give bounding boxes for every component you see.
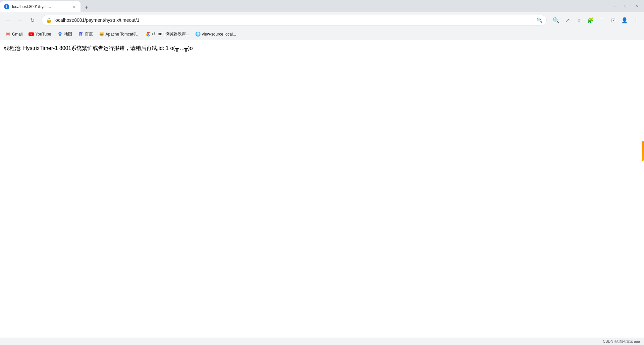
- status-bar: CSDN @清风微凉 aaa: [0, 338, 644, 345]
- bookmark-viewsource[interactable]: 🌐 view-source:local...: [193, 30, 239, 38]
- menu-button[interactable]: ⋮: [631, 15, 641, 25]
- title-bar: i localhost:8001/hystr... ✕ + — □ ✕: [0, 0, 644, 12]
- toolbar: ← → ↻ 🔒 🔍 🔍 ↗ ☆ 🧩 ≡ ⊡ 👤 ⋮: [0, 12, 644, 28]
- split-view-button[interactable]: ⊡: [608, 15, 619, 25]
- bookmark-baidu[interactable]: 百 百度: [75, 30, 96, 38]
- tab-favicon: i: [4, 4, 9, 9]
- toolbar-right-icons: 🔍 ↗ ☆ 🧩 ≡ ⊡ 👤 ⋮: [551, 15, 641, 25]
- share-button[interactable]: ↗: [562, 15, 573, 25]
- browser-window: i localhost:8001/hystr... ✕ + — □ ✕ ← → …: [0, 0, 644, 345]
- status-text: CSDN @清风微凉 aaa: [603, 339, 640, 344]
- page-message: 线程池: HystrixTimer-1 8001系统繁忙或者运行报错，请稍后再试…: [4, 44, 640, 52]
- tab-title: localhost:8001/hystr...: [12, 4, 68, 9]
- back-button[interactable]: ←: [3, 15, 13, 25]
- gmail-favicon-icon: M: [5, 32, 11, 37]
- bookmark-chrome[interactable]: chrome浏览器没声...: [143, 30, 192, 38]
- window-controls: — □ ✕: [610, 1, 644, 11]
- bookmark-viewsource-label: view-source:local...: [202, 32, 236, 37]
- reload-button[interactable]: ↻: [27, 15, 38, 25]
- tab-close-button[interactable]: ✕: [71, 4, 76, 9]
- profile-button[interactable]: 👤: [619, 15, 630, 25]
- scrollbar-thumb[interactable]: [642, 141, 644, 161]
- bookmark-chrome-label: chrome浏览器没声...: [152, 31, 189, 37]
- maximize-button[interactable]: □: [621, 1, 631, 11]
- lock-icon: 🔒: [46, 17, 52, 23]
- bookmark-maps[interactable]: 地图: [55, 30, 75, 38]
- viewsource-favicon-icon: 🌐: [195, 32, 201, 37]
- search-toolbar-button[interactable]: 🔍: [551, 15, 561, 25]
- forward-button[interactable]: →: [15, 15, 25, 25]
- search-icon: 🔍: [537, 17, 542, 23]
- extensions-button[interactable]: 🧩: [585, 15, 596, 25]
- bookmark-baidu-label: 百度: [85, 31, 93, 37]
- baidu-favicon-icon: 百: [78, 32, 84, 37]
- youtube-favicon-icon: [29, 32, 34, 37]
- bookmark-maps-label: 地图: [64, 31, 72, 37]
- bookmark-star-button[interactable]: ☆: [574, 15, 584, 25]
- maps-favicon-icon: [57, 32, 63, 37]
- bookmarks-bar: M Gmail YouTube 地图 百 百度: [0, 28, 644, 40]
- page-content: 线程池: HystrixTimer-1 8001系统繁忙或者运行报错，请稍后再试…: [0, 40, 644, 338]
- bookmark-youtube[interactable]: YouTube: [26, 30, 54, 38]
- scrollbar-indicator[interactable]: [641, 40, 644, 268]
- new-tab-button[interactable]: +: [82, 3, 91, 12]
- bookmark-gmail-label: Gmail: [12, 32, 22, 37]
- tomcat-favicon-icon: 🐱: [99, 32, 104, 37]
- bookmark-tomcat[interactable]: 🐱 Apache Tomcat®...: [96, 30, 142, 38]
- active-tab[interactable]: i localhost:8001/hystr... ✕: [0, 1, 80, 12]
- bookmark-gmail[interactable]: M Gmail: [3, 30, 25, 38]
- minimize-button[interactable]: —: [610, 1, 620, 11]
- address-bar-container[interactable]: 🔒 🔍: [42, 15, 547, 25]
- close-window-button[interactable]: ✕: [632, 1, 641, 11]
- bookmark-youtube-label: YouTube: [35, 32, 51, 37]
- address-bar[interactable]: [54, 17, 534, 23]
- reading-list-button[interactable]: ≡: [596, 15, 607, 25]
- tab-bar: i localhost:8001/hystr... ✕ +: [0, 0, 610, 12]
- svg-point-0: [147, 33, 149, 35]
- chrome-favicon-icon: [146, 32, 151, 37]
- bookmark-tomcat-label: Apache Tomcat®...: [106, 32, 140, 37]
